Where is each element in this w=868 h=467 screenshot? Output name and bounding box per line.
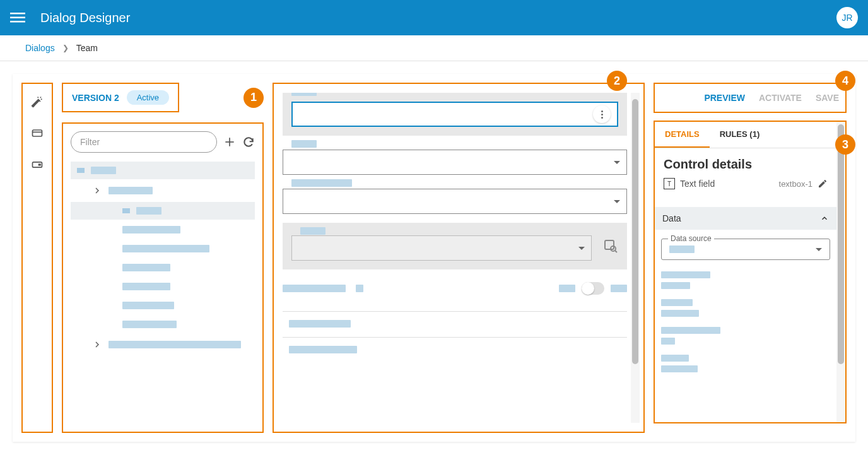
- panel-icon[interactable]: [31, 158, 44, 171]
- version-label: VERSION 2: [72, 93, 119, 103]
- callout-1: 1: [243, 88, 264, 108]
- property-item: [661, 271, 830, 289]
- chevron-down-icon: [578, 247, 585, 250]
- list-item[interactable]: [283, 338, 627, 363]
- breadcrumb-current: Team: [76, 43, 98, 53]
- data-source-field[interactable]: Data source: [661, 239, 830, 260]
- chevron-down-icon: [614, 200, 620, 203]
- list-item[interactable]: [283, 312, 627, 338]
- accordion-header[interactable]: Data: [655, 207, 836, 230]
- property-item: [661, 299, 830, 317]
- accordion-label: Data: [662, 213, 681, 223]
- tree-item[interactable]: [71, 162, 255, 179]
- card-icon[interactable]: [31, 127, 44, 139]
- toggle-switch[interactable]: [582, 282, 604, 295]
- tree-item[interactable]: [71, 316, 255, 333]
- chevron-right-icon[interactable]: [92, 186, 102, 196]
- refresh-icon[interactable]: [242, 136, 255, 148]
- tab-details[interactable]: DETAILS: [655, 122, 710, 148]
- layout: VERSION 2 Active 1: [13, 74, 855, 442]
- tree-item[interactable]: [71, 221, 255, 239]
- textfield-icon: T: [664, 178, 675, 189]
- svg-rect-3: [33, 130, 42, 136]
- form-block[interactable]: [283, 145, 627, 175]
- callout-2: 2: [607, 71, 627, 91]
- svg-line-11: [615, 251, 617, 252]
- chevron-down-icon: [614, 161, 620, 164]
- more-icon[interactable]: [593, 105, 611, 123]
- tree-panel: VERSION 2 Active 1: [62, 74, 264, 442]
- callout-4: 4: [835, 71, 855, 91]
- dropdown-field[interactable]: [283, 150, 627, 175]
- details-title: Control details: [664, 157, 828, 172]
- details-box: DETAILS RULES (1) Control details T Text…: [654, 121, 847, 423]
- chevron-right-icon: ❯: [62, 44, 69, 52]
- tree-item[interactable]: [71, 297, 255, 314]
- form-block[interactable]: [283, 184, 627, 214]
- svg-rect-9: [605, 240, 614, 249]
- icon-rail: [21, 83, 53, 433]
- form-block[interactable]: [283, 93, 627, 136]
- chevron-up-icon: [820, 214, 829, 223]
- text-field[interactable]: [291, 102, 618, 127]
- app-header: Dialog Designer JR: [0, 0, 868, 35]
- tree: [71, 162, 255, 355]
- lookup-icon[interactable]: [603, 239, 618, 254]
- scrollbar[interactable]: [631, 93, 640, 423]
- scrollbar[interactable]: [836, 122, 845, 422]
- control-row: T Text field textbox-1: [664, 178, 828, 189]
- tabs: DETAILS RULES (1): [655, 122, 836, 148]
- save-button[interactable]: SAVE: [816, 93, 839, 103]
- canvas-box: [273, 83, 645, 433]
- dropdown-field[interactable]: [283, 189, 627, 214]
- add-icon[interactable]: [223, 136, 236, 148]
- tree-item[interactable]: [71, 180, 255, 201]
- tab-rules[interactable]: RULES (1): [710, 122, 770, 148]
- tree-box: [62, 122, 264, 433]
- callout-3: 3: [835, 134, 855, 155]
- filter-input[interactable]: [71, 131, 217, 153]
- accordion-body: Data source: [655, 230, 836, 381]
- wand-icon[interactable]: [31, 95, 44, 108]
- control-id: textbox-1: [779, 179, 812, 189]
- tree-item[interactable]: [71, 259, 255, 276]
- field-label: Data source: [668, 234, 714, 243]
- svg-rect-0: [10, 13, 25, 15]
- dropdown-field[interactable]: [291, 235, 592, 261]
- edit-icon[interactable]: [818, 179, 828, 189]
- menu-icon[interactable]: [10, 10, 25, 25]
- activate-button[interactable]: ACTIVATE: [759, 93, 802, 103]
- tree-item[interactable]: [71, 240, 255, 257]
- details-panel: 4 3 PREVIEW ACTIVATE SAVE DETAILS RULES …: [654, 74, 855, 442]
- chevron-down-icon: [816, 248, 822, 251]
- status-badge: Active: [127, 90, 169, 105]
- chevron-right-icon[interactable]: [92, 340, 102, 350]
- svg-rect-2: [10, 21, 25, 23]
- form-block[interactable]: [283, 223, 627, 269]
- svg-rect-1: [10, 17, 25, 19]
- actions-box: PREVIEW ACTIVATE SAVE: [654, 83, 847, 113]
- section-row: [283, 278, 627, 299]
- svg-rect-6: [38, 163, 41, 165]
- app-title: Dialog Designer: [40, 11, 836, 25]
- tree-item[interactable]: [71, 334, 255, 355]
- property-item: [661, 327, 830, 345]
- control-type: Text field: [680, 179, 715, 189]
- workspace: VERSION 2 Active 1: [0, 61, 868, 454]
- canvas-panel: 2: [273, 74, 645, 442]
- tree-item[interactable]: [71, 202, 255, 220]
- property-item: [661, 355, 830, 372]
- preview-button[interactable]: PREVIEW: [704, 93, 745, 103]
- tree-item[interactable]: [71, 278, 255, 295]
- version-box: VERSION 2 Active: [62, 83, 179, 112]
- breadcrumb: Dialogs ❯ Team: [0, 35, 868, 61]
- user-avatar[interactable]: JR: [836, 7, 858, 28]
- breadcrumb-root[interactable]: Dialogs: [25, 43, 55, 53]
- list-rows: [283, 311, 627, 363]
